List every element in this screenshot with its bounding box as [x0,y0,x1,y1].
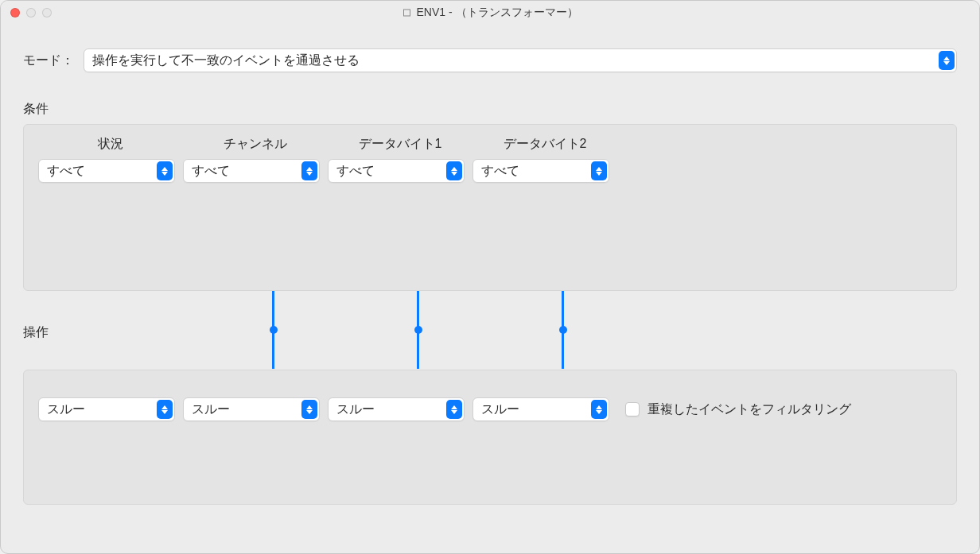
data2-header: データバイト2 [472,136,617,153]
connector-line-1 [272,291,274,369]
connector-dot[interactable] [559,326,567,334]
conditions-selects-row: すべて すべて すべて [38,159,942,183]
window-title-text: ENV1 - （トランスフォーマー） [416,6,578,20]
op2-select[interactable]: スルー [183,397,320,421]
conditions-headers: 状況 チャンネル データバイト1 データバイト2 [38,136,942,153]
channel-select-value: すべて [192,163,301,180]
dropdown-icon [591,161,607,180]
dropdown-icon [157,400,173,419]
close-window-button[interactable] [10,8,20,17]
op2-select-value: スルー [192,401,301,418]
traffic-lights [10,8,52,17]
document-icon [402,8,411,17]
op1-select-value: スルー [47,401,157,418]
transformer-window: ENV1 - （トランスフォーマー） モード： 操作を実行して不一致のイベントを… [0,0,980,554]
data1-header: データバイト1 [328,136,472,153]
op1-select[interactable]: スルー [38,397,175,421]
operations-panel: スルー スルー スルー [23,370,957,505]
filter-duplicates-checkbox[interactable] [625,402,640,416]
status-header: 状況 [38,136,183,153]
op3-select[interactable]: スルー [328,397,465,421]
connector-area [23,291,957,369]
mode-select-value: 操作を実行して不一致のイベントを通過させる [92,52,939,69]
mode-row: モード： 操作を実行して不一致のイベントを通過させる [23,48,957,72]
filter-duplicates-label: 重複したイベントをフィルタリング [648,401,851,418]
zoom-window-button[interactable] [42,8,52,17]
content-area: モード： 操作を実行して不一致のイベントを通過させる 条件 状況 チャンネル デ… [1,25,979,553]
connector-line-2 [417,291,419,369]
filter-duplicates-group: 重複したイベントをフィルタリング [625,401,851,418]
mode-select-container: 操作を実行して不一致のイベントを通過させる [84,48,957,72]
status-select-value: すべて [47,163,157,180]
mode-label: モード： [23,52,74,69]
channel-header: チャンネル [183,136,328,153]
dropdown-icon [939,51,955,70]
op4-select-value: スルー [481,401,591,418]
data2-select[interactable]: すべて [472,159,609,183]
connector-dot[interactable] [270,326,278,334]
connector-line-3 [562,291,564,369]
dropdown-icon [446,161,462,180]
titlebar: ENV1 - （トランスフォーマー） [1,1,979,25]
minimize-window-button[interactable] [26,8,36,17]
dropdown-icon [301,400,317,419]
op3-select-value: スルー [336,401,446,418]
dropdown-icon [446,400,462,419]
operations-selects-row: スルー スルー スルー [38,397,942,421]
conditions-panel: 状況 チャンネル データバイト1 データバイト2 すべて すべて [23,124,957,291]
dropdown-icon [591,400,607,419]
status-select[interactable]: すべて [38,159,175,183]
dropdown-icon [157,161,173,180]
data1-select[interactable]: すべて [328,159,465,183]
connector-dot[interactable] [414,326,422,334]
op4-select[interactable]: スルー [472,397,609,421]
window-title: ENV1 - （トランスフォーマー） [402,6,578,20]
mode-select[interactable]: 操作を実行して不一致のイベントを通過させる [84,48,957,72]
dropdown-icon [301,161,317,180]
conditions-label: 条件 [23,101,957,118]
svg-rect-0 [403,10,410,16]
conditions-section: 条件 状況 チャンネル データバイト1 データバイト2 すべて [23,101,957,291]
channel-select[interactable]: すべて [183,159,320,183]
data1-select-value: すべて [336,163,446,180]
data2-select-value: すべて [481,163,591,180]
